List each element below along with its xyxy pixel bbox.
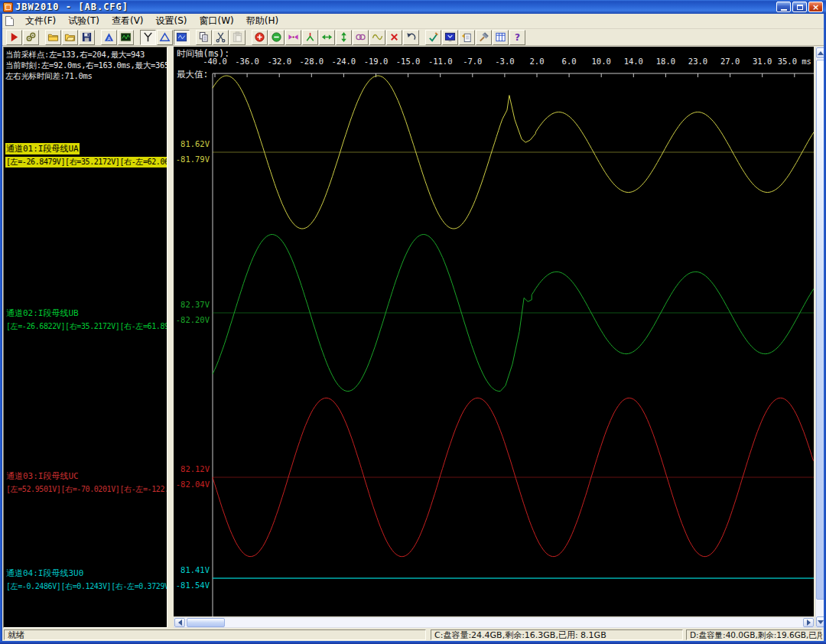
- marker-triangle-button[interactable]: A: [101, 30, 117, 45]
- expand-y-icon: [338, 31, 350, 43]
- channel-name: 通道03:I段母线UC: [5, 470, 80, 482]
- split-y-button[interactable]: [302, 30, 318, 45]
- horizontal-scroll-thumb[interactable]: [187, 618, 225, 627]
- save-icon: [81, 31, 93, 43]
- compress-x-button[interactable]: [285, 30, 301, 45]
- expand-y-button[interactable]: [336, 30, 352, 45]
- monitor-view-icon: [444, 31, 456, 43]
- status-ready: 就绪: [4, 629, 426, 640]
- sample-info-line-1: 当前采样点:左=133,右=204,最大=943: [5, 50, 145, 60]
- scroll-left-button[interactable]: [174, 618, 185, 627]
- channel-1-max-label: 81.62V: [174, 139, 210, 148]
- monitor-view-button[interactable]: [442, 30, 458, 45]
- title-bar: JBW2010 - [AB.CFG] ×: [0, 0, 826, 14]
- channel-cursor-values: [左=-0.2486V][右=0.1243V][右-左=0.3729V]: [5, 581, 167, 592]
- sample-info-line-2: 当前时刻:左=92.0ms,右=163.0ms,最大=3659.0ms: [5, 60, 167, 71]
- split-y-icon: [304, 31, 316, 43]
- channel-item-2[interactable]: 通道02:I段母线UB[左=-26.6822V][右=35.2172V][右-左…: [5, 304, 167, 332]
- channel-4-max-label: 81.41V: [174, 565, 210, 574]
- y-cursor-icon: [142, 31, 154, 43]
- start-test-button[interactable]: [6, 30, 22, 45]
- channel-3-max-label: 82.12V: [174, 464, 210, 473]
- tools-hammer-button[interactable]: [476, 30, 492, 45]
- close-button[interactable]: ×: [808, 2, 823, 12]
- expand-x-icon: [321, 31, 333, 43]
- channel-1-min-label: -81.79V: [174, 154, 210, 164]
- paste-button[interactable]: [229, 30, 246, 45]
- copy-button[interactable]: [196, 30, 212, 45]
- edit-confirm-button[interactable]: [425, 30, 441, 45]
- scroll-down-icon: [818, 620, 824, 624]
- window-title: JBW2010 - [AB.CFG]: [15, 2, 128, 12]
- overlap-waves-icon: [355, 31, 366, 43]
- menu-window[interactable]: 窗口(W): [193, 14, 240, 28]
- minimize-button[interactable]: [776, 2, 791, 12]
- window-border-left: [0, 14, 2, 644]
- channel-name: 通道02:I段母线UB: [5, 307, 80, 319]
- menu-help[interactable]: 帮助(H): [240, 14, 285, 28]
- minimize-icon: [781, 9, 787, 11]
- zoom-in-button[interactable]: [252, 30, 268, 45]
- waveform-panel: 时间轴(ms): 最大值: -40.0-36.0-32.0-28.0-24.0-…: [172, 46, 826, 629]
- delete-button[interactable]: [386, 30, 402, 45]
- status-disk-d: D:盘容量:40.0GB,剩余:19.6GB,已用:20.5GB: [686, 629, 822, 640]
- scroll-right-button[interactable]: [803, 618, 814, 627]
- help-button[interactable]: ?: [509, 30, 525, 45]
- copy-icon: [198, 31, 210, 43]
- undo-icon: [405, 31, 417, 43]
- menu-file[interactable]: 文件(F): [19, 14, 62, 28]
- channel-item-4[interactable]: 通道04:I段母线3U0[左=-0.2486V][右=0.1243V][右-左=…: [5, 564, 167, 592]
- status-bar: 就绪 C:盘容量:24.4GB,剩余:16.3GB,已用: 8.1GB D:盘容…: [2, 629, 824, 641]
- status-disk-c: C:盘容量:24.4GB,剩余:16.3GB,已用: 8.1GB: [431, 629, 683, 640]
- compress-x-icon: [288, 31, 299, 43]
- toolbar: A?: [2, 29, 824, 46]
- waveform-plot[interactable]: [174, 47, 814, 616]
- tools-hammer-icon: [478, 31, 489, 43]
- cut-icon: [215, 31, 226, 43]
- help-icon: ?: [512, 31, 523, 43]
- edit-confirm-icon: [428, 31, 439, 43]
- app-window: JBW2010 - [AB.CFG] × 文件(F)试验(T)查看(V)设置(S…: [0, 0, 826, 644]
- menu-bar: 文件(F)试验(T)查看(V)设置(S)窗口(W)帮助(H): [2, 14, 824, 29]
- save-button[interactable]: [79, 30, 95, 45]
- open-folder-button[interactable]: [62, 30, 78, 45]
- open-folder-icon: [64, 31, 76, 43]
- sine-wave-button[interactable]: [369, 30, 385, 45]
- menu-test[interactable]: 试验(T): [62, 14, 106, 28]
- export-page-icon: [461, 31, 473, 43]
- overlap-waves-button[interactable]: [353, 30, 369, 45]
- menu-settings[interactable]: 设置(S): [150, 14, 193, 28]
- channel-item-3[interactable]: 通道03:I段母线UC[左=52.9501V][右=-70.0201V][右-左…: [5, 467, 167, 495]
- open-file-button[interactable]: [45, 30, 61, 45]
- scope-view-button[interactable]: [118, 30, 134, 45]
- menu-view[interactable]: 查看(V): [106, 14, 150, 28]
- report-table-button[interactable]: [493, 30, 509, 45]
- settings-gears-icon: [25, 31, 37, 43]
- scroll-left-icon: [178, 620, 182, 626]
- settings-gears-button[interactable]: [23, 30, 39, 45]
- cut-button[interactable]: [213, 30, 229, 45]
- channel-3-min-label: -82.04V: [174, 480, 210, 489]
- panel-view-icon: [176, 31, 187, 43]
- panel-view-button[interactable]: [174, 30, 190, 45]
- horizontal-scrollbar[interactable]: [174, 617, 815, 628]
- window-border-bottom: [0, 641, 826, 644]
- export-page-button[interactable]: [459, 30, 475, 45]
- paste-icon: [232, 31, 243, 43]
- zoom-out-button[interactable]: [268, 30, 285, 45]
- document-icon[interactable]: [5, 16, 14, 26]
- undo-button[interactable]: [403, 30, 419, 45]
- restore-button[interactable]: [792, 2, 807, 12]
- channel-item-1[interactable]: 通道01:I段母线UA[左=-26.8479V][右=35.2172V][右-左…: [5, 140, 167, 168]
- workspace: 当前采样点:左=133,右=204,最大=943当前时刻:左=92.0ms,右=…: [2, 46, 824, 629]
- expand-x-button[interactable]: [319, 30, 335, 45]
- zoom-in-icon: [254, 31, 265, 43]
- delete-icon: [389, 31, 400, 43]
- resize-grip[interactable]: [814, 631, 823, 640]
- scope-view-icon: [120, 31, 132, 43]
- y-cursor-button[interactable]: [140, 30, 156, 45]
- start-test-icon: [8, 31, 20, 43]
- channel-2-max-label: 82.37V: [174, 300, 210, 309]
- delta-marker-button[interactable]: [157, 30, 173, 45]
- waveform-chart[interactable]: 时间轴(ms): 最大值: -40.0-36.0-32.0-28.0-24.0-…: [174, 47, 814, 616]
